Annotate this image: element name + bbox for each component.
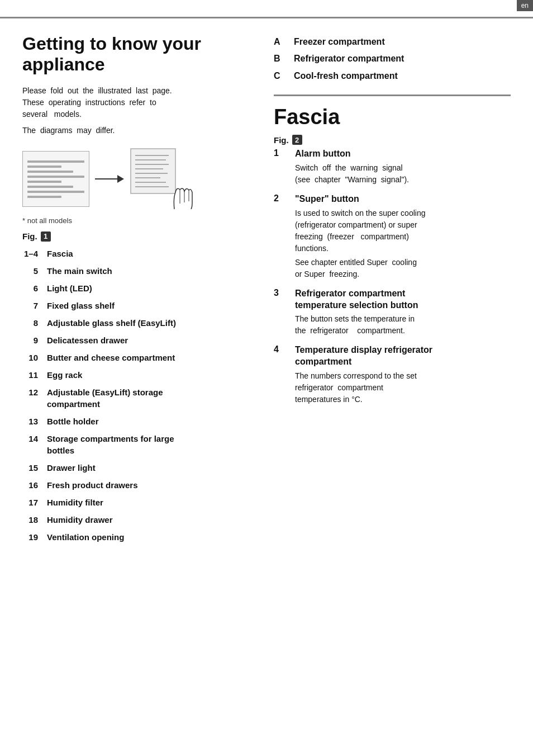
item-label: Ventilation opening	[47, 531, 246, 543]
item-number: 5	[22, 265, 38, 277]
list-item: 13 Bottle holder	[22, 413, 246, 430]
item-label: Adjustable (EasyLift) storagecompartment	[47, 386, 246, 410]
not-all-models-note: * not all models	[22, 216, 246, 225]
item-label: Egg rack	[47, 369, 246, 381]
arrow-head	[117, 175, 124, 183]
item-number: 1–4	[22, 248, 38, 259]
diagram-svg	[130, 148, 202, 209]
comp-text-c: Cool-fresh compartment	[294, 70, 398, 82]
section-title: Getting to know your appliance	[22, 34, 246, 75]
diagram-area	[22, 148, 246, 211]
book-line	[27, 171, 73, 173]
section-divider	[274, 94, 511, 96]
list-item: 15 Drawer light	[22, 459, 246, 476]
item-number: 14	[22, 433, 38, 445]
book-line	[27, 166, 61, 168]
list-item: 19 Ventilation opening	[22, 528, 246, 546]
compartment-item: C Cool-fresh compartment	[274, 68, 511, 84]
compartment-item: A Freezer compartment	[274, 34, 511, 50]
item-number: 17	[22, 497, 38, 508]
item-label: Butter and cheese compartment	[47, 352, 246, 363]
fig1-text: Fig.	[22, 231, 37, 241]
fig1-label: Fig. 1	[22, 231, 246, 242]
fig2-text: Fig.	[274, 135, 289, 145]
fascia-item-desc: Is used to switch on the super cooling (…	[274, 207, 511, 254]
list-item: 18 Humidity drawer	[22, 511, 246, 528]
item-number: 18	[22, 514, 38, 526]
fig2-label: Fig. 2	[274, 135, 511, 145]
intro-paragraph-2: The diagrams may differ.	[22, 125, 246, 136]
item-label: Humidity filter	[47, 497, 246, 508]
fig1-number-box: 1	[41, 231, 51, 242]
fascia-item-number: 1	[274, 148, 286, 158]
list-item: 11 Egg rack	[22, 366, 246, 384]
book-line	[27, 196, 61, 198]
item-number: 10	[22, 352, 38, 363]
item-number: 13	[22, 415, 38, 427]
item-label: Delicatessen drawer	[47, 334, 246, 346]
fascia-item-title: "Super" button	[295, 193, 359, 205]
items-list: 1–4 Fascia 5 The main switch 6 Light (LE…	[22, 245, 246, 546]
fascia-item-4: 4 Temperature display refrigeratorcompar…	[274, 344, 511, 405]
intro-paragraph: Please fold out the illustrated last pag…	[22, 85, 246, 120]
fascia-item-desc: Switch off the warning signal (see chapt…	[274, 162, 511, 186]
list-item: 8 Adjustable glass shelf (EasyLift)	[22, 314, 246, 332]
item-number: 12	[22, 386, 38, 398]
left-column: Getting to know your appliance Please fo…	[0, 22, 263, 756]
list-item: 14 Storage compartments for largebottles	[22, 430, 246, 459]
list-item: 5 The main switch	[22, 262, 246, 280]
list-item: 6 Light (LED)	[22, 280, 246, 297]
book-line	[27, 186, 73, 188]
list-item: 16 Fresh product drawers	[22, 476, 246, 494]
fascia-item-number: 3	[274, 288, 286, 298]
item-number: 7	[22, 300, 38, 311]
comp-letter-a: A	[274, 36, 285, 48]
item-number: 9	[22, 334, 38, 346]
fascia-item-desc: The numbers correspond to the set refrig…	[274, 370, 511, 405]
item-number: 8	[22, 317, 38, 329]
book-line	[27, 176, 84, 178]
top-divider	[0, 17, 533, 18]
item-number: 16	[22, 479, 38, 491]
fascia-item-title: Alarm button	[295, 148, 351, 160]
item-label: Adjustable glass shelf (EasyLift)	[47, 317, 246, 329]
comp-text-a: Freezer compartment	[294, 36, 385, 48]
right-column: A Freezer compartment B Refrigerator com…	[263, 22, 533, 756]
fascia-item-desc-2: See chapter entitled Super cooling or Su…	[274, 257, 511, 280]
list-item: 12 Adjustable (EasyLift) storagecompartm…	[22, 384, 246, 413]
compartment-item: B Refrigerator compartment	[274, 50, 511, 67]
language-badge: en	[517, 0, 533, 11]
diagram-right	[130, 148, 202, 211]
item-label: Drawer light	[47, 462, 246, 474]
list-item: 1–4 Fascia	[22, 245, 246, 262]
list-item: 7 Fixed glass shelf	[22, 297, 246, 314]
fig2-number-box: 2	[292, 135, 302, 145]
item-label: Bottle holder	[47, 415, 246, 427]
comp-letter-c: C	[274, 70, 285, 82]
item-label: Fascia	[47, 248, 246, 259]
fascia-item-title: Refrigerator compartmenttemperature sele…	[295, 288, 418, 311]
arrow-line	[95, 178, 117, 179]
item-number: 15	[22, 462, 38, 474]
list-item: 10 Butter and cheese compartment	[22, 349, 246, 366]
book-line	[27, 160, 84, 163]
item-number: 19	[22, 531, 38, 543]
item-number: 6	[22, 282, 38, 294]
item-label: The main switch	[47, 265, 246, 277]
fascia-item-number: 4	[274, 344, 286, 355]
diagram-arrow	[95, 175, 124, 183]
item-label: Storage compartments for largebottles	[47, 433, 246, 456]
item-label: Fresh product drawers	[47, 479, 246, 491]
item-label: Light (LED)	[47, 282, 246, 294]
book-line	[27, 191, 84, 193]
fascia-item-title: Temperature display refrigeratorcompartm…	[295, 344, 432, 368]
fascia-item-1: 1 Alarm button Switch off the warning si…	[274, 148, 511, 186]
fascia-item-desc: The button sets the temperature in the r…	[274, 313, 511, 337]
item-label: Humidity drawer	[47, 514, 246, 526]
fascia-items-list: 1 Alarm button Switch off the warning si…	[274, 148, 511, 405]
book-line	[27, 181, 61, 183]
fascia-item-2: 2 "Super" button Is used to switch on th…	[274, 193, 511, 280]
diagram-book-left	[22, 151, 89, 207]
list-item: 9 Delicatessen drawer	[22, 332, 246, 349]
fascia-title: Fascia	[274, 105, 511, 129]
